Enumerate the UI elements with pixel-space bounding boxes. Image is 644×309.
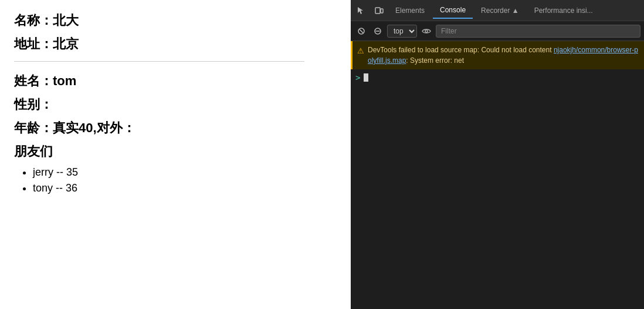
devtools-console-toolbar: top [351, 21, 644, 41]
inspect-element-icon[interactable] [353, 2, 370, 19]
age-value: 真实40,对外： [53, 120, 135, 135]
age-label: 年龄： [14, 120, 53, 135]
address-label: 地址： [14, 36, 53, 51]
console-warning-message: ⚠ DevTools failed to load source map: Co… [351, 41, 644, 69]
person-name-value: tom [53, 73, 76, 88]
console-prompt[interactable]: > [351, 69, 644, 86]
warning-prefix: DevTools failed to load source map: Coul… [368, 46, 552, 54]
address-line: 地址：北京 [14, 35, 337, 53]
devtools-tab-bar: Elements Console Recorder ▲ Performance … [351, 0, 644, 21]
name-line: 名称：北大 [14, 12, 337, 29]
devtools-panel: Elements Console Recorder ▲ Performance … [351, 0, 644, 309]
person-name-line: 姓名：tom [14, 72, 337, 90]
svg-line-3 [360, 29, 363, 33]
name-value: 北大 [53, 13, 79, 28]
friends-title: 朋友们 [14, 143, 337, 160]
name-label: 名称： [14, 13, 53, 28]
friends-list: jerry -- 35 tony -- 36 [14, 166, 337, 194]
console-output-area: ⚠ DevTools failed to load source map: Co… [351, 41, 644, 309]
list-item: jerry -- 35 [33, 166, 337, 179]
divider [14, 61, 304, 62]
svg-point-6 [425, 30, 428, 32]
prompt-cursor [364, 73, 368, 82]
tab-recorder[interactable]: Recorder ▲ [474, 2, 526, 19]
list-item: tony -- 36 [33, 182, 337, 194]
address-value: 北京 [53, 36, 79, 51]
svg-rect-1 [381, 9, 383, 13]
tab-console[interactable]: Console [433, 2, 473, 19]
warning-suffix: : System error: net [406, 56, 464, 65]
tab-performance[interactable]: Performance insi... [527, 2, 600, 19]
tab-elements[interactable]: Elements [388, 2, 432, 19]
prompt-symbol: > [355, 73, 360, 82]
gender-line: 性别： [14, 96, 337, 113]
device-toolbar-icon[interactable] [371, 2, 387, 19]
gender-label: 性别： [14, 97, 53, 112]
context-selector[interactable]: top [387, 25, 417, 38]
warning-text-content: DevTools failed to load source map: Coul… [368, 45, 639, 66]
warning-triangle-icon: ⚠ [357, 45, 364, 57]
eye-icon[interactable] [419, 24, 433, 38]
svg-rect-0 [375, 8, 380, 14]
age-line: 年龄：真实40,对外： [14, 119, 337, 137]
webpage-content: 名称：北大 地址：北京 姓名：tom 性别： 年龄：真实40,对外： 朋友们 j… [0, 0, 351, 309]
person-name-label: 姓名： [14, 73, 53, 88]
no-entry-icon[interactable] [371, 24, 385, 38]
clear-console-icon[interactable] [354, 24, 368, 38]
filter-input[interactable] [436, 25, 640, 38]
